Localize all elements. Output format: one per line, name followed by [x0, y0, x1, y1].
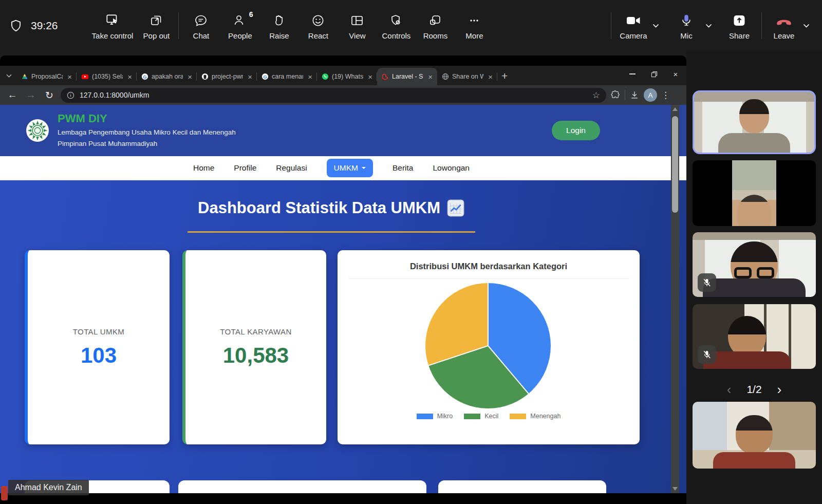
- tab-close-icon[interactable]: ×: [426, 72, 434, 81]
- forward-button[interactable]: →: [24, 89, 38, 101]
- nav-item-profile[interactable]: Profile: [234, 163, 256, 173]
- toolbar-divider: [178, 12, 179, 39]
- chat-button[interactable]: Chat: [185, 11, 217, 40]
- svg-text:G: G: [143, 74, 146, 80]
- camera-label: Camera: [620, 31, 647, 40]
- browser-tab[interactable]: Share on Wha ×: [437, 68, 497, 85]
- tab-close-icon[interactable]: ×: [246, 72, 254, 81]
- participants-pagination: ‹ 1/2 ›: [693, 380, 816, 399]
- site-info-icon[interactable]: [67, 91, 74, 99]
- more-button[interactable]: More: [458, 11, 490, 40]
- view-label: View: [349, 31, 365, 40]
- tab-title: apakah orang: [152, 73, 183, 80]
- participant-video-3[interactable]: [693, 232, 816, 297]
- shared-screen-window: ProposalCapst × (1035) Selama × G apakah…: [0, 55, 686, 504]
- page-scrollbar[interactable]: [671, 105, 679, 493]
- rooms-label: Rooms: [423, 31, 448, 40]
- nav-item-umkm-label: UMKM: [334, 163, 358, 173]
- pagination-prev-icon[interactable]: ‹: [727, 383, 732, 396]
- tab-close-icon[interactable]: ×: [366, 72, 374, 81]
- nav-item-lowongan[interactable]: Lowongan: [433, 163, 470, 173]
- nav-item-home[interactable]: Home: [193, 163, 214, 173]
- camera-options-chevron-icon[interactable]: [650, 22, 661, 30]
- chat-icon: [194, 11, 208, 28]
- participant-video-1-active-speaker[interactable]: [693, 90, 816, 154]
- nav-item-regulasi[interactable]: Regulasi: [276, 163, 307, 173]
- site-nav: Home Profile Regulasi UMKM Berita Lowong…: [0, 156, 686, 180]
- tab-close-icon[interactable]: ×: [306, 72, 314, 81]
- mic-icon: [679, 11, 694, 28]
- profile-avatar[interactable]: A: [644, 88, 657, 102]
- scrollbar-down-arrow-icon[interactable]: [672, 487, 678, 491]
- scrollbar-up-arrow-icon[interactable]: [672, 107, 678, 111]
- browser-tab[interactable]: ProposalCapst ×: [16, 68, 77, 85]
- dashboard-main: Dashboard Statistik Data UMKM TOTAL UMKM…: [0, 180, 686, 493]
- react-label: React: [308, 31, 328, 40]
- participant-video-5[interactable]: [693, 402, 816, 469]
- browser-tab[interactable]: (1035) Selama ×: [77, 68, 137, 85]
- people-button[interactable]: 6 People: [224, 11, 256, 40]
- participant-glasses: [734, 267, 774, 278]
- tab-search-chevron-icon[interactable]: [2, 68, 15, 83]
- brand-subtitle-1: Lembaga Pengembang Usaha Mikro Kecil dan…: [58, 127, 236, 138]
- tab-close-icon[interactable]: ×: [66, 72, 73, 81]
- page-title: Dashboard Statistik Data UMKM: [198, 199, 440, 217]
- dropdown-caret-icon: [362, 167, 366, 171]
- controls-button[interactable]: Controls: [380, 11, 412, 40]
- camera-button[interactable]: Camera: [618, 11, 649, 40]
- presenter-name-label: Ahmad Kevin Zain: [8, 480, 89, 495]
- total-karyawan-label: TOTAL KARYAWAN: [220, 327, 292, 336]
- login-button[interactable]: Login: [552, 121, 600, 140]
- controls-label: Controls: [382, 31, 411, 40]
- tab-title: cara menamb: [272, 73, 303, 80]
- tab-close-icon[interactable]: ×: [186, 72, 194, 81]
- view-grid-icon: [350, 11, 364, 28]
- rooms-icon: [428, 11, 442, 28]
- rooms-button[interactable]: Rooms: [419, 11, 451, 40]
- extensions-puzzle-icon[interactable]: [610, 90, 621, 100]
- pagination-next-icon[interactable]: ›: [777, 383, 782, 396]
- participant-video-2[interactable]: [693, 160, 816, 226]
- tab-title: (1035) Selama: [92, 73, 123, 80]
- pop-out-icon: [149, 11, 163, 28]
- svg-text:G: G: [263, 74, 267, 80]
- camera-icon: [625, 11, 642, 28]
- legend-label-mikro: Mikro: [437, 413, 453, 420]
- leave-call-icon: [775, 11, 793, 28]
- window-minimize-button[interactable]: [622, 66, 643, 82]
- downloads-icon[interactable]: [629, 90, 640, 100]
- take-control-button[interactable]: Take control: [92, 11, 134, 40]
- browser-menu-kebab-icon[interactable]: ⋮: [661, 90, 670, 101]
- bookmark-star-icon[interactable]: ☆: [592, 90, 600, 101]
- youtube-icon: [81, 73, 89, 80]
- react-button[interactable]: React: [302, 11, 334, 40]
- nav-item-umkm[interactable]: UMKM: [327, 159, 373, 177]
- browser-tab[interactable]: project-pwm-f ×: [197, 68, 257, 85]
- mic-options-chevron-icon[interactable]: [703, 22, 714, 30]
- tab-close-icon[interactable]: ×: [126, 72, 134, 81]
- browser-tab[interactable]: G apakah orang ×: [137, 68, 197, 85]
- browser-tab-active[interactable]: Laravel - Stati ×: [377, 68, 437, 85]
- mic-button[interactable]: Mic: [670, 11, 702, 40]
- browser-tab[interactable]: G cara menamb ×: [257, 68, 317, 85]
- leave-options-chevron-icon[interactable]: [801, 22, 812, 30]
- nav-item-berita[interactable]: Berita: [393, 163, 414, 173]
- view-button[interactable]: View: [341, 11, 373, 40]
- github-icon: [201, 73, 209, 80]
- browser-toolbar: ← → ↻ 127.0.0.1:8000/umkm ☆ A ⋮: [0, 85, 686, 105]
- meeting-toolbar: 39:26 Take control Pop out Chat 6: [0, 0, 822, 51]
- window-close-button[interactable]: ×: [665, 66, 686, 82]
- scrollbar-thumb[interactable]: [672, 116, 678, 213]
- raise-hand-button[interactable]: Raise: [263, 11, 295, 40]
- address-bar[interactable]: 127.0.0.1:8000/umkm ☆: [61, 88, 606, 103]
- reload-button[interactable]: ↻: [42, 89, 57, 101]
- tab-close-icon[interactable]: ×: [487, 72, 494, 81]
- pop-out-button[interactable]: Pop out: [140, 11, 172, 40]
- window-restore-button[interactable]: [643, 66, 665, 82]
- new-tab-button[interactable]: +: [501, 70, 508, 82]
- share-button[interactable]: Share: [723, 11, 755, 40]
- back-button[interactable]: ←: [5, 89, 20, 101]
- leave-button[interactable]: Leave: [768, 11, 800, 40]
- browser-tab[interactable]: (19) WhatsAp ×: [317, 68, 377, 85]
- participant-video-4[interactable]: [693, 304, 816, 369]
